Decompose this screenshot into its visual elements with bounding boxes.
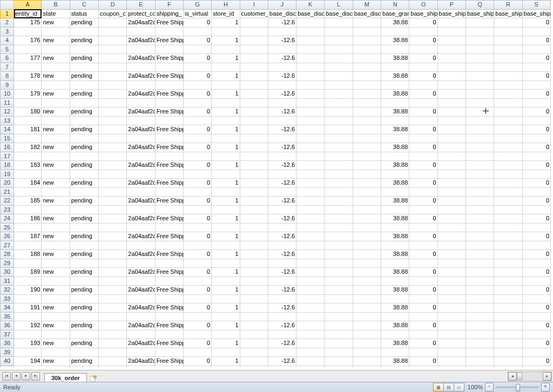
cell-P34[interactable] (437, 303, 466, 313)
cell-L34[interactable] (325, 303, 353, 313)
zoom-percentage[interactable]: 100% (468, 384, 483, 390)
cell-B21[interactable] (42, 187, 70, 197)
cell-D3[interactable] (99, 27, 127, 36)
cell-R37[interactable] (494, 330, 522, 339)
cell-H37[interactable] (212, 330, 240, 339)
cell-F40[interactable]: Free Shipp (155, 357, 183, 366)
cell-P30[interactable] (437, 268, 466, 277)
cell-M20[interactable] (353, 179, 381, 188)
cell-S4[interactable]: 0 (522, 36, 551, 45)
cell-B39[interactable] (42, 348, 70, 357)
row-header-31[interactable]: 31 (1, 276, 14, 286)
cell-L28[interactable] (325, 250, 353, 259)
col-header-H[interactable]: H (212, 1, 240, 10)
cell-N14[interactable]: 38.88 (381, 125, 409, 134)
cell-G34[interactable]: 0 (183, 303, 211, 313)
cell-O13[interactable] (409, 116, 437, 125)
cell-A41[interactable] (14, 366, 42, 367)
cell-R27[interactable] (494, 241, 522, 250)
row-header-36[interactable]: 36 (1, 321, 14, 330)
cell-Q32[interactable] (466, 286, 494, 295)
cell-G33[interactable] (183, 294, 211, 303)
col-header-R[interactable]: R (494, 1, 522, 10)
cell-M18[interactable] (353, 161, 381, 170)
cell-L16[interactable] (325, 143, 353, 152)
cell-H30[interactable]: 1 (212, 268, 240, 277)
cell-J15[interactable] (268, 134, 296, 143)
cell-D37[interactable] (99, 330, 127, 339)
cell-H10[interactable]: 1 (212, 90, 240, 99)
cell-M21[interactable] (353, 187, 381, 197)
cell-H36[interactable]: 1 (212, 321, 240, 330)
cell-G25[interactable] (183, 223, 211, 232)
cell-S3[interactable] (522, 27, 551, 36)
cell-Q13[interactable] (466, 116, 494, 125)
cell-R5[interactable] (494, 45, 522, 54)
cell-N10[interactable]: 38.88 (381, 90, 409, 99)
cell-J20[interactable]: -12.6 (268, 179, 296, 188)
zoom-out[interactable]: − (485, 383, 494, 391)
cell-J33[interactable] (268, 294, 296, 303)
cell-J25[interactable] (268, 223, 296, 232)
row-header-17[interactable]: 17 (1, 152, 14, 161)
cell-P38[interactable] (437, 339, 466, 348)
cell-C32[interactable]: pending (70, 286, 98, 295)
cell-Q36[interactable] (466, 321, 494, 330)
row-header-24[interactable]: 24 (1, 214, 14, 224)
cell-C16[interactable]: pending (70, 143, 98, 152)
cell-C22[interactable]: pending (70, 197, 98, 206)
cell-O29[interactable] (409, 259, 437, 268)
cell-G40[interactable]: 0 (183, 357, 211, 366)
cell-J12[interactable]: -12.6 (268, 107, 296, 117)
cell-C14[interactable]: pending (70, 125, 98, 134)
cell-I12[interactable] (240, 107, 268, 117)
cell-A8[interactable]: 178 (14, 72, 42, 81)
cell-M29[interactable] (353, 259, 381, 268)
cell-K14[interactable] (296, 125, 325, 134)
cell-K6[interactable] (296, 54, 325, 63)
cell-M26[interactable] (353, 232, 381, 241)
cell-H14[interactable]: 1 (212, 125, 240, 134)
cell-N20[interactable]: 38.88 (381, 179, 409, 188)
cell-M27[interactable] (353, 241, 381, 250)
cell-S39[interactable] (522, 348, 551, 357)
cell-M34[interactable] (353, 303, 381, 313)
cell-L30[interactable] (325, 268, 353, 277)
cell-B12[interactable]: new (42, 107, 70, 117)
cell-N17[interactable] (381, 152, 409, 161)
cell-H33[interactable] (212, 294, 240, 303)
cell-M30[interactable] (353, 268, 381, 277)
cell-S33[interactable] (522, 294, 551, 303)
cell-E25[interactable] (127, 223, 155, 232)
cell-A36[interactable]: 192 (14, 321, 42, 330)
cell-F33[interactable] (155, 294, 183, 303)
cell-D16[interactable] (99, 143, 127, 152)
cell-S23[interactable] (522, 205, 551, 214)
cell-A23[interactable] (14, 205, 42, 214)
cell-K38[interactable] (296, 339, 325, 348)
cell-S20[interactable]: 0 (522, 179, 551, 188)
cell-E35[interactable] (127, 312, 155, 321)
cell-F29[interactable] (155, 259, 183, 268)
cell-S28[interactable]: 0 (522, 250, 551, 259)
cell-M11[interactable] (353, 98, 381, 107)
cell-P7[interactable] (437, 63, 466, 72)
cell-F39[interactable] (155, 348, 183, 357)
cell-Q37[interactable] (466, 330, 494, 339)
cell-R13[interactable] (494, 116, 522, 125)
cell-S7[interactable] (522, 63, 551, 72)
cell-B9[interactable] (42, 80, 70, 90)
cell-D33[interactable] (99, 294, 127, 303)
cell-L24[interactable] (325, 214, 353, 224)
cell-C23[interactable] (70, 205, 98, 214)
cell-G36[interactable]: 0 (183, 321, 211, 330)
cell-C25[interactable] (70, 223, 98, 232)
row-header-37[interactable]: 37 (1, 330, 14, 339)
row-header-35[interactable]: 35 (1, 312, 14, 321)
cell-J23[interactable] (268, 205, 296, 214)
cell-B10[interactable]: new (42, 90, 70, 99)
row-header-1[interactable]: 1 (1, 9, 14, 18)
cell-L14[interactable] (325, 125, 353, 134)
cell-J39[interactable] (268, 348, 296, 357)
cell-D14[interactable] (99, 125, 127, 134)
